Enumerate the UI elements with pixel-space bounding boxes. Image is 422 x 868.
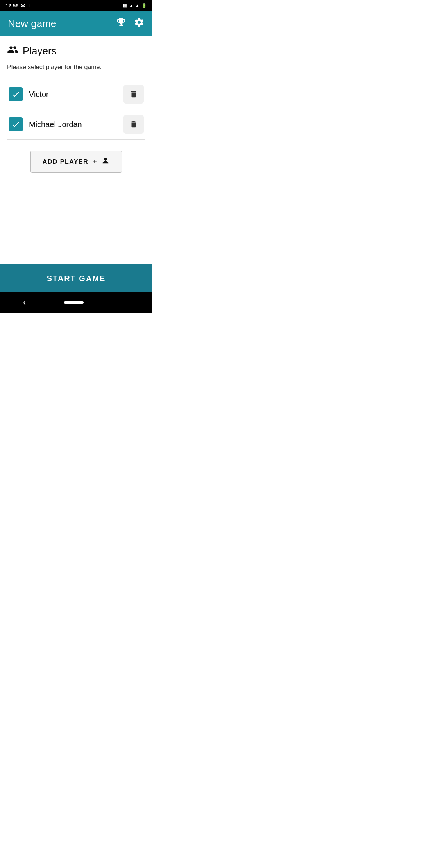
add-player-container: ADD PLAYER + xyxy=(7,151,145,173)
vibrate-icon: ▦ xyxy=(123,3,127,8)
add-player-button[interactable]: ADD PLAYER + xyxy=(30,151,122,173)
trophy-icon[interactable] xyxy=(116,17,127,30)
battery-icon: 🔋 xyxy=(141,3,147,8)
home-indicator[interactable] xyxy=(64,301,84,304)
player-row: Victor xyxy=(7,79,145,109)
add-player-label: ADD PLAYER xyxy=(43,158,89,165)
player-list: Victor Michael Jordan xyxy=(7,79,145,140)
player-1-checkbox[interactable] xyxy=(9,87,23,101)
player-1-name: Victor xyxy=(29,90,123,99)
page-title: New game xyxy=(8,18,56,30)
player-2-delete-button[interactable] xyxy=(123,115,144,134)
main-content: Players Please select player for the gam… xyxy=(0,36,152,219)
whatsapp-icon: ✉ xyxy=(21,2,25,9)
wifi-icon: ▲ xyxy=(129,3,133,8)
players-icon xyxy=(7,44,19,58)
subtitle-text: Please select player for the game. xyxy=(7,64,145,71)
download-icon: ↓ xyxy=(28,2,30,9)
section-header: Players xyxy=(7,44,145,58)
nav-bar: ‹ xyxy=(0,292,152,313)
settings-icon[interactable] xyxy=(134,17,145,30)
person-icon xyxy=(101,156,110,167)
signal-icon: ▲ xyxy=(135,3,139,8)
plus-icon: + xyxy=(92,157,97,166)
time-display: 12:56 xyxy=(5,3,18,9)
section-title: Players xyxy=(23,45,57,57)
back-button[interactable]: ‹ xyxy=(15,294,34,312)
toolbar: New game xyxy=(0,11,152,36)
status-bar: 12:56 ✉ ↓ ▦ ▲ ▲ 🔋 xyxy=(0,0,152,11)
player-2-checkbox[interactable] xyxy=(9,117,23,131)
toolbar-actions xyxy=(116,17,145,30)
player-1-delete-button[interactable] xyxy=(123,85,144,104)
player-row: Michael Jordan xyxy=(7,109,145,140)
player-2-name: Michael Jordan xyxy=(29,120,123,129)
start-game-button[interactable]: START GAME xyxy=(0,264,152,292)
